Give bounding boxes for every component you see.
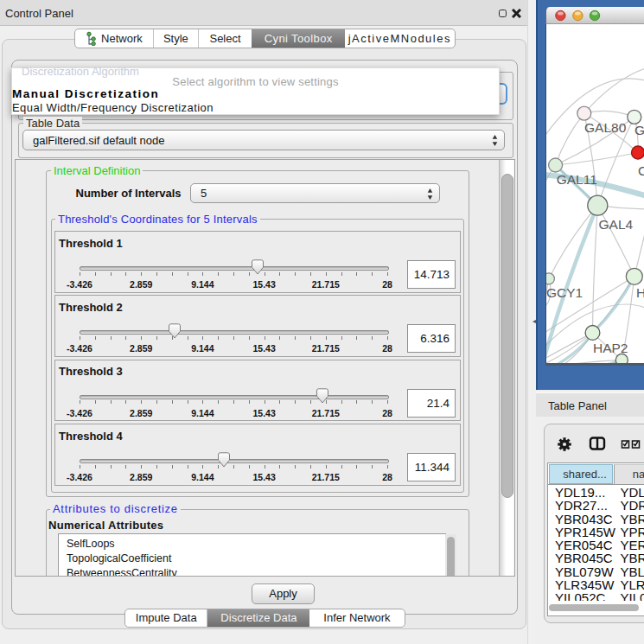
svg-text:HAP2: HAP2 xyxy=(593,341,628,355)
svg-text:GAL11: GAL11 xyxy=(556,172,596,187)
svg-text:G.: G. xyxy=(634,123,644,137)
svg-text:H: H xyxy=(636,285,644,300)
svg-text:C: C xyxy=(638,163,644,178)
svg-text:GAL4: GAL4 xyxy=(598,217,633,232)
svg-text:GCY1: GCY1 xyxy=(546,285,583,300)
svg-text:GAL80: GAL80 xyxy=(584,120,627,135)
